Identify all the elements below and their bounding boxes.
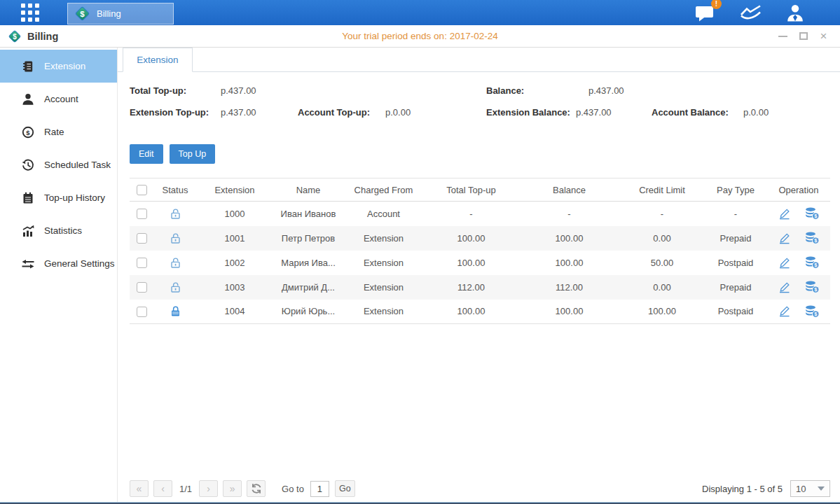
minimize-button[interactable] (778, 31, 788, 41)
table-row[interactable]: 1003 Дмитрий Д... Extension 112.00 112.0… (130, 275, 830, 300)
cell-total-topup: 100.00 (424, 226, 518, 251)
cell-total-topup: - (424, 202, 518, 226)
status-lock-icon (170, 281, 181, 291)
goto-page-input[interactable] (310, 481, 329, 497)
svg-text:$: $ (26, 129, 30, 136)
row-checkbox[interactable] (137, 209, 147, 219)
cell-pay-type: Postpaid (704, 251, 767, 275)
sidebar-item-top-up-history[interactable]: Top-up History (0, 181, 117, 214)
account-balance-value: p.0.00 (743, 107, 769, 118)
billing-icon: $ (74, 6, 90, 22)
next-page-button[interactable]: › (199, 480, 218, 497)
summary: Total Top-up: p.437.00 Extension Top-up:… (130, 80, 830, 123)
row-checkbox[interactable] (137, 282, 147, 293)
column-header: Credit Limit (620, 178, 704, 202)
column-header: Total Top-up (424, 178, 518, 202)
tab-extension[interactable]: Extension (123, 48, 193, 72)
page-size-select[interactable]: 10 (790, 480, 830, 497)
topup-icon[interactable]: $ (805, 207, 820, 220)
cell-credit-limit: - (620, 202, 704, 226)
cell-pay-type: Prepaid (704, 275, 767, 300)
app-grid-icon[interactable] (21, 4, 39, 22)
extension-balance-label: Extension Balance: (486, 107, 576, 118)
sidebar-item-label: General Settings (44, 258, 115, 269)
sidebar-item-label: Scheduled Task (44, 160, 111, 170)
status-lock-icon (170, 305, 181, 316)
svg-text:$: $ (80, 10, 85, 18)
cell-name: Дмитрий Д... (273, 275, 343, 300)
topup-history-icon (21, 192, 35, 204)
sidebar-item-general-settings[interactable]: General Settings (0, 247, 117, 280)
first-page-button[interactable]: « (130, 480, 149, 497)
sidebar-item-rate[interactable]: $ Rate (0, 115, 117, 148)
cell-extension: 1004 (196, 300, 273, 324)
column-header: Charged From (343, 178, 424, 202)
row-checkbox[interactable] (137, 258, 147, 268)
maximize-button[interactable] (798, 31, 808, 41)
billing-icon-small: $ (8, 29, 22, 43)
table-row[interactable]: 1002 Мария Ива... Extension 100.00 100.0… (130, 251, 830, 275)
sidebar-item-label: Account (44, 94, 78, 104)
chevron-down-icon (818, 486, 825, 491)
tab-strip: Extension (118, 48, 840, 72)
sidebar-item-statistics[interactable]: Statistics (0, 214, 117, 247)
topup-icon[interactable]: $ (805, 281, 820, 293)
refresh-button[interactable] (247, 480, 266, 497)
sidebar-item-account[interactable]: Account (0, 83, 117, 115)
cell-name: Мария Ива... (273, 251, 343, 275)
row-checkbox[interactable] (137, 307, 147, 317)
cell-extension: 1000 (196, 202, 273, 226)
resource-monitor-button[interactable] (740, 4, 762, 21)
sidebar-item-label: Rate (44, 127, 64, 137)
edit-icon[interactable] (778, 208, 791, 220)
edit-icon[interactable] (778, 281, 791, 293)
edit-icon[interactable] (778, 232, 791, 244)
sidebar-item-label: Statistics (44, 225, 82, 236)
status-lock-icon (170, 232, 181, 242)
account-icon (21, 93, 35, 106)
scheduled-task-icon (21, 159, 35, 172)
sidebar-item-extension[interactable]: Extension (0, 50, 117, 83)
taskbar-tab-billing[interactable]: $ Billing (67, 3, 174, 24)
account-topup-label: Account Top-up: (298, 107, 385, 118)
edit-button[interactable]: Edit (130, 144, 163, 164)
edit-icon[interactable] (778, 257, 791, 269)
sidebar-item-label: Extension (44, 61, 85, 71)
row-checkbox[interactable] (137, 233, 147, 244)
notifications-button[interactable]: ! (695, 4, 716, 22)
topup-icon[interactable]: $ (805, 256, 820, 269)
trial-notice: Your trial period ends on: 2017-02-24 (0, 31, 840, 41)
page-size-value: 10 (796, 484, 806, 494)
table-row[interactable]: 1000 Иван Иванов Account - - - - $ (130, 202, 830, 226)
statistics-icon (21, 225, 35, 237)
balance-value: p.437.00 (588, 85, 624, 96)
cell-total-topup: 100.00 (424, 251, 518, 275)
extension-topup-label: Extension Top-up: (130, 107, 221, 118)
select-all-checkbox[interactable] (137, 185, 147, 195)
notification-badge: ! (711, 0, 722, 9)
top-up-button[interactable]: Top Up (170, 144, 216, 164)
topup-icon[interactable]: $ (805, 232, 820, 244)
column-header: Status (154, 178, 196, 202)
cell-charged-from: Extension (343, 226, 424, 251)
go-button[interactable]: Go (335, 480, 355, 497)
pagination-bar: « ‹ 1/1 › » Go to Go Displaying 1 - 5 of… (130, 480, 830, 497)
last-page-button[interactable]: » (223, 480, 242, 497)
topup-icon[interactable]: $ (805, 305, 820, 318)
table-header-row: StatusExtensionNameCharged FromTotal Top… (130, 178, 830, 202)
cell-total-topup: 112.00 (424, 275, 518, 300)
user-menu-button[interactable] (785, 4, 805, 22)
monitor-icon (740, 4, 762, 21)
edit-icon[interactable] (778, 305, 791, 317)
cell-charged-from: Account (343, 202, 424, 226)
sidebar-item-scheduled-task[interactable]: Scheduled Task (0, 148, 117, 181)
table-row[interactable]: 1004 Юрий Юрь... Extension 100.00 100.00… (130, 300, 830, 324)
table-row[interactable]: 1001 Петр Петров Extension 100.00 100.00… (130, 226, 830, 251)
column-header: Pay Type (704, 178, 767, 202)
extension-icon (21, 60, 35, 73)
prev-page-button[interactable]: ‹ (153, 480, 172, 497)
close-button[interactable]: × (818, 31, 829, 41)
user-icon (785, 4, 805, 22)
balance-label: Balance: (486, 85, 588, 96)
sidebar: Extension Account $ Rate Scheduled Task … (0, 48, 118, 502)
